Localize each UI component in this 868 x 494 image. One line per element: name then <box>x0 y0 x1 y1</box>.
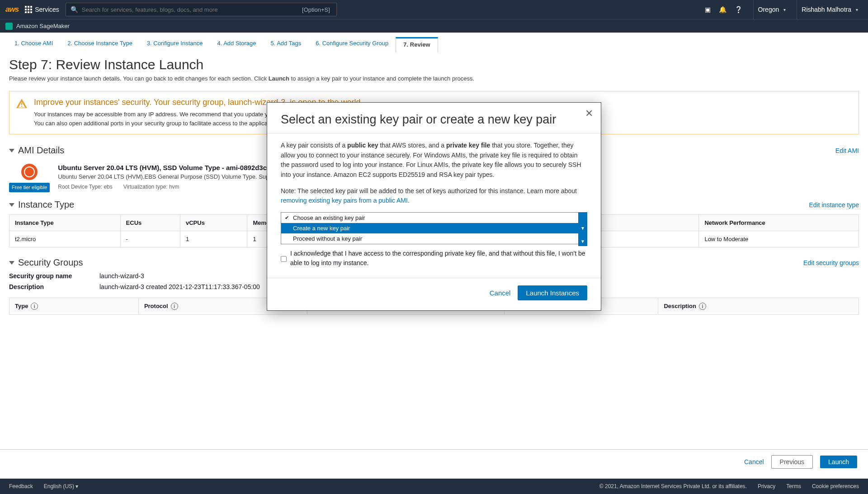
col-net-perf: Network Performance <box>699 215 859 231</box>
collapse-icon <box>9 149 14 152</box>
sg-col-desc: Descriptioni <box>658 298 859 315</box>
key-pair-mode-select[interactable]: ✔ Choose an existing key pair Create a n… <box>281 212 587 244</box>
region-selector[interactable]: Oregon <box>753 0 791 19</box>
services-menu[interactable]: Services <box>25 6 59 13</box>
tab-review[interactable]: 7. Review <box>396 37 438 52</box>
cloudshell-icon[interactable]: ▣ <box>705 6 711 13</box>
grid-icon <box>25 6 32 13</box>
top-icon-group: ▣ 🔔 ❔ <box>705 6 742 13</box>
dropdown-arrow-icon[interactable]: ▼ <box>578 236 587 246</box>
cell-vcpus: 1 <box>180 231 247 247</box>
modal-footer: Cancel Launch Instances <box>267 278 601 300</box>
services-label: Services <box>35 6 59 13</box>
tab-add-tags[interactable]: 5. Add Tags <box>263 37 308 52</box>
kp-option-proceed[interactable]: Proceed without a key pair <box>281 233 587 244</box>
sg-name-label: Security group name <box>9 272 99 280</box>
wizard-tabs: 1. Choose AMI 2. Choose Instance Type 3.… <box>0 33 868 52</box>
close-icon[interactable]: ✕ <box>583 107 595 120</box>
edit-security-groups-link[interactable]: Edit security groups <box>803 259 859 266</box>
wizard-footer: Cancel Previous Launch <box>0 449 868 474</box>
security-groups-heading: Security Groups <box>18 257 83 268</box>
subtitle-bold: Launch <box>269 75 289 82</box>
remove-key-pairs-link[interactable]: removing existing key pairs from a publi… <box>281 197 408 204</box>
collapse-icon <box>9 261 14 265</box>
col-vcpus: vCPUs <box>180 215 247 231</box>
kp-option-create[interactable]: Create a new key pair <box>281 223 587 233</box>
acknowledge-row[interactable]: I acknowledge that I have access to the … <box>281 249 587 268</box>
cell-net-perf: Low to Moderate <box>699 231 859 247</box>
ubuntu-icon <box>21 164 38 180</box>
service-name[interactable]: Amazon SageMaker <box>16 23 70 29</box>
root-device-type: Root Device Type: ebs <box>58 184 113 190</box>
terms-link[interactable]: Terms <box>786 483 801 489</box>
modal-paragraph-1: A key pair consists of a public key that… <box>281 141 587 180</box>
search-input[interactable] <box>82 6 298 13</box>
global-top-bar: aws Services 🔍 [Option+S] ▣ 🔔 ❔ Oregon R… <box>0 0 868 19</box>
instance-type-heading: Instance Type <box>18 200 74 210</box>
service-context-bar: Amazon SageMaker <box>0 19 868 33</box>
kp-option-existing[interactable]: ✔ Choose an existing key pair <box>281 213 587 223</box>
account-menu[interactable]: Rishabh Malhotra <box>797 0 863 19</box>
acknowledge-checkbox[interactable] <box>281 250 287 268</box>
search-shortcut-hint: [Option+S] <box>302 6 330 13</box>
cell-instance-type: t2.micro <box>9 231 121 247</box>
tab-choose-instance-type[interactable]: 2. Choose Instance Type <box>60 37 140 52</box>
col-ecus: ECUs <box>120 215 180 231</box>
aws-logo: aws <box>5 5 19 14</box>
page-subtitle: Please review your instance launch detai… <box>9 75 859 82</box>
cookie-prefs-link[interactable]: Cookie preferences <box>812 483 859 489</box>
info-icon[interactable]: i <box>31 303 38 310</box>
previous-button[interactable]: Previous <box>771 455 813 469</box>
ami-heading: AMI Details <box>18 145 64 156</box>
search-icon: 🔍 <box>71 6 78 13</box>
user-label: Rishabh Malhotra <box>802 6 851 13</box>
free-tier-badge: Free tier eligible <box>9 183 50 192</box>
footer-cancel-link[interactable]: Cancel <box>744 458 764 466</box>
sg-col-type: Typei <box>9 298 139 315</box>
console-status-bar: Feedback English (US) ▾ © 2021, Amazon I… <box>0 479 868 494</box>
acknowledge-text: I acknowledge that I have access to the … <box>290 249 587 268</box>
page-title: Step 7: Review Instance Launch <box>9 57 859 72</box>
warning-icon <box>16 98 28 109</box>
tab-add-storage[interactable]: 4. Add Storage <box>210 37 263 52</box>
info-icon[interactable]: i <box>699 303 706 310</box>
virtualization-type: Virtualization type: hvm <box>123 184 179 190</box>
global-search[interactable]: 🔍 [Option+S] <box>66 3 337 16</box>
copyright-text: © 2021, Amazon Internet Services Private… <box>599 483 747 489</box>
modal-paragraph-2: Note: The selected key pair will be adde… <box>281 186 587 206</box>
launch-button[interactable]: Launch <box>820 456 857 468</box>
edit-ami-link[interactable]: Edit AMI <box>835 147 859 154</box>
svg-rect-0 <box>21 103 22 105</box>
notifications-icon[interactable]: 🔔 <box>719 6 726 13</box>
check-icon: ✔ <box>285 215 289 221</box>
edit-instance-type-link[interactable]: Edit instance type <box>809 201 859 209</box>
language-selector[interactable]: English (US) ▾ <box>44 483 79 489</box>
feedback-link[interactable]: Feedback <box>9 483 33 489</box>
privacy-link[interactable]: Privacy <box>758 483 775 489</box>
key-pair-modal: ✕ Select an existing key pair or create … <box>267 102 601 311</box>
subtitle-post: to assign a key pair to your instance an… <box>289 75 474 82</box>
sagemaker-icon <box>5 23 13 30</box>
col-instance-type: Instance Type <box>9 215 121 231</box>
tab-configure-instance[interactable]: 3. Configure Instance <box>140 37 210 52</box>
tab-configure-security[interactable]: 6. Configure Security Group <box>308 37 396 52</box>
cell-ecus: - <box>120 231 180 247</box>
subtitle-pre: Please review your instance launch detai… <box>9 75 269 82</box>
tab-choose-ami[interactable]: 1. Choose AMI <box>7 37 60 52</box>
help-icon[interactable]: ❔ <box>735 6 742 13</box>
launch-instances-button[interactable]: Launch Instances <box>518 285 587 300</box>
sg-desc-label: Description <box>9 283 99 290</box>
svg-rect-1 <box>21 106 22 107</box>
ami-badge: Free tier eligible <box>9 164 50 192</box>
modal-cancel-button[interactable]: Cancel <box>490 289 511 297</box>
region-label: Oregon <box>758 6 779 13</box>
info-icon[interactable]: i <box>171 303 178 310</box>
collapse-icon <box>9 203 14 207</box>
modal-title: Select an existing key pair or create a … <box>281 113 587 127</box>
